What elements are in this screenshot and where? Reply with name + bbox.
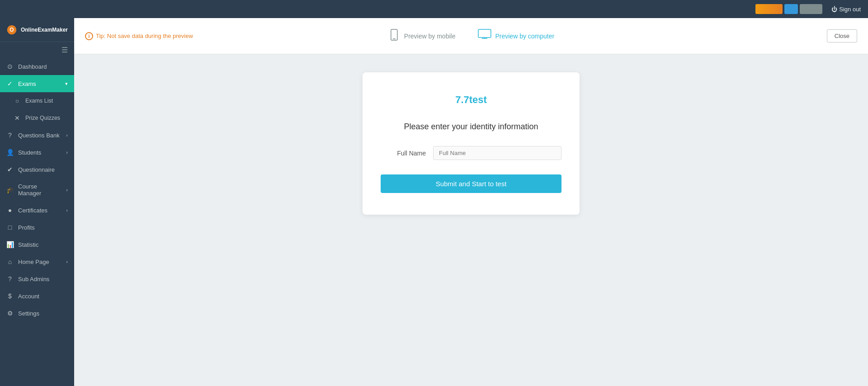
sidebar-item-certificates[interactable]: ● Certificates ›	[0, 202, 74, 219]
full-name-input[interactable]	[433, 146, 561, 160]
exam-title: 7.7test	[381, 94, 561, 106]
avatar-gray	[800, 4, 822, 14]
menu-icon[interactable]: ☰	[61, 46, 68, 54]
preview-computer-label: Preview by computer	[495, 33, 554, 40]
prize-quizzes-icon: ✕	[14, 114, 21, 122]
sidebar-item-account[interactable]: $ Account	[0, 287, 74, 305]
preview-computer-button[interactable]: Preview by computer	[473, 27, 558, 46]
signout-icon: ⏻	[831, 6, 837, 13]
preview-area: 7.7test Please enter your identity infor…	[74, 54, 868, 386]
computer-icon	[477, 28, 491, 44]
sidebar-item-label: Settings	[18, 310, 39, 317]
exams-icon: ✓	[6, 80, 14, 87]
info-icon: i	[85, 32, 93, 40]
sidebar-item-label: Questions Bank	[18, 132, 60, 139]
sidebar-item-dashboard[interactable]: ⊙ Dashboard	[0, 58, 74, 75]
students-icon: 👤	[6, 149, 14, 156]
identity-heading: Please enter your identity information	[381, 122, 561, 132]
sidebar-item-label: Home Page	[18, 259, 49, 265]
tip-message: Tip: Not save data during the preview	[96, 33, 193, 39]
sidebar-item-sub-admins[interactable]: ? Sub Admins	[0, 270, 74, 287]
sidebar-item-label: Statistic	[18, 241, 39, 248]
sidebar-item-exams[interactable]: ✓ Exams ▾	[0, 75, 74, 92]
sidebar-item-exams-list[interactable]: ○ Exams List	[0, 92, 74, 109]
statistic-icon: 📊	[6, 241, 14, 248]
full-name-label: Full Name	[381, 150, 426, 157]
tip-text: i Tip: Not save data during the preview	[85, 32, 193, 40]
sidebar-item-label: Sub Admins	[18, 276, 49, 282]
account-icon: $	[6, 292, 14, 300]
svg-rect-4	[478, 29, 491, 38]
sidebar-logo: O OnlineExamMaker	[0, 18, 74, 42]
submit-label: Submit and Start to test	[436, 180, 507, 188]
sidebar-item-students[interactable]: 👤 Students ›	[0, 144, 74, 161]
main-content: i Tip: Not save data during the preview …	[74, 18, 868, 386]
home-page-icon: ⌂	[6, 258, 14, 265]
dashboard-icon: ⊙	[6, 63, 14, 70]
sidebar-item-questions-bank[interactable]: ? Questions Bank ›	[0, 127, 74, 144]
course-manager-icon: 🎓	[6, 186, 14, 193]
sidebar-item-label: Exams	[18, 80, 36, 87]
signout-label: Sign out	[839, 6, 861, 13]
topbar-user: ⏻ Sign out	[755, 4, 861, 14]
sidebar-item-label: Course Manager	[18, 183, 61, 197]
close-button[interactable]: Close	[827, 29, 857, 42]
sidebar-item-questionnaire[interactable]: ✔ Questionnaire	[0, 161, 74, 178]
sidebar-item-label: Profits	[18, 224, 35, 231]
preview-mobile-button[interactable]: Preview by mobile	[384, 27, 459, 46]
chevron-right-icon: ›	[66, 187, 68, 193]
exam-card: 7.7test Please enter your identity infor…	[363, 72, 580, 215]
sidebar-item-label: Dashboard	[18, 63, 47, 70]
sidebar-item-label: Certificates	[18, 207, 47, 214]
questions-bank-icon: ?	[6, 132, 14, 139]
sidebar: O OnlineExamMaker ☰ ⊙ Dashboard ✓ Exams …	[0, 18, 74, 386]
sidebar-item-settings[interactable]: ⚙ Settings	[0, 305, 74, 322]
sidebar-item-label: Questionnaire	[18, 166, 55, 173]
sidebar-item-prize-quizzes[interactable]: ✕ Prize Quizzes	[0, 109, 74, 127]
chevron-right-icon: ›	[66, 207, 68, 213]
svg-text:O: O	[9, 27, 14, 33]
signout-button[interactable]: ⏻ Sign out	[831, 6, 861, 13]
settings-icon: ⚙	[6, 310, 14, 317]
preview-mobile-label: Preview by mobile	[404, 33, 456, 40]
logo-icon: O	[6, 24, 17, 36]
chevron-right-icon: ›	[66, 132, 68, 138]
chevron-down-icon: ▾	[65, 81, 68, 87]
avatar-bar	[755, 4, 822, 14]
sidebar-item-label: Exams List	[25, 98, 53, 104]
close-label: Close	[835, 33, 849, 39]
topbar: ⏻ Sign out	[0, 0, 868, 18]
sidebar-item-label: Students	[18, 149, 41, 156]
chevron-right-icon: ›	[66, 259, 68, 264]
sidebar-item-label: Account	[18, 293, 39, 300]
sidebar-item-label: Prize Quizzes	[25, 115, 60, 121]
chevron-right-icon: ›	[66, 150, 68, 155]
avatar-blue	[784, 4, 798, 14]
avatar-orange	[755, 4, 783, 14]
mobile-icon	[388, 28, 401, 44]
questionnaire-icon: ✔	[6, 166, 14, 173]
preview-toolbar: i Tip: Not save data during the preview …	[74, 18, 868, 54]
submit-button[interactable]: Submit and Start to test	[381, 174, 561, 193]
sub-admins-icon: ?	[6, 275, 14, 282]
profits-icon: □	[6, 224, 14, 231]
sidebar-item-home-page[interactable]: ⌂ Home Page ›	[0, 253, 74, 270]
preview-buttons: Preview by mobile Preview by computer	[384, 27, 558, 46]
sidebar-item-course-manager[interactable]: 🎓 Course Manager ›	[0, 178, 74, 202]
sidebar-toggle[interactable]: ☰	[0, 42, 74, 58]
app-layout: O OnlineExamMaker ☰ ⊙ Dashboard ✓ Exams …	[0, 18, 868, 386]
certificates-icon: ●	[6, 207, 14, 214]
sidebar-item-profits[interactable]: □ Profits	[0, 219, 74, 236]
sidebar-item-statistic[interactable]: 📊 Statistic	[0, 236, 74, 253]
exams-list-icon: ○	[14, 97, 21, 104]
logo-text: OnlineExamMaker	[21, 27, 68, 33]
full-name-row: Full Name	[381, 146, 561, 160]
